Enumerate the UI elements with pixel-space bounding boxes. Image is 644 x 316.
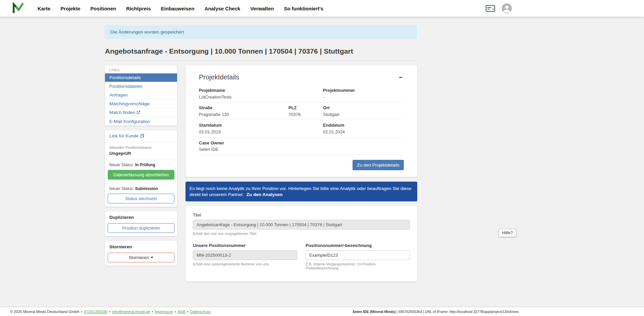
- cancel-dropdown-button[interactable]: Stornieren: [108, 253, 174, 262]
- current-status-label: Aktueller Positionsstatus:: [109, 145, 173, 149]
- user-avatar[interactable]: [502, 3, 512, 13]
- nav-item-projekte[interactable]: Projekte: [60, 6, 80, 11]
- our-number-label: Unsere Positionsnummer: [193, 243, 297, 248]
- mineral-minds-logo-icon: [12, 2, 23, 14]
- complete-data-entry-button[interactable]: Datenerfassung abschließen: [108, 170, 174, 180]
- caret-down-icon: [151, 257, 153, 258]
- project-details-row: Case Owner Selen IDE: [199, 138, 404, 155]
- top-navbar: Karte Projekte Positionen Richtpreis Ein…: [0, 0, 644, 17]
- current-status-value: Ungeprüft: [109, 151, 173, 156]
- nav-item-einbauweisen[interactable]: Einbauweisen: [161, 6, 195, 11]
- session-user: Selen IDE (Mineral Minds): [353, 310, 395, 314]
- footer-email-link[interactable]: info@mineral-minds.de: [112, 310, 150, 314]
- duplicate-card: Duplizieren Position duplizieren: [105, 211, 177, 236]
- duplicate-position-button[interactable]: Position duplizieren: [108, 223, 174, 233]
- project-details-row: Straße Pragstraße 120 PLZ 70376 Ort Stut…: [199, 103, 404, 120]
- nav-item-positionen[interactable]: Positionen: [91, 6, 116, 11]
- app-logo[interactable]: [12, 2, 23, 14]
- footer-impressum-link[interactable]: Impressum: [155, 310, 173, 314]
- session-details: | 69576255536d | URL of iFrame: http://l…: [396, 310, 519, 314]
- cancel-title: Stornieren: [105, 241, 177, 250]
- project-details-row: Projektname LotCreationTests Projektnumm…: [199, 85, 404, 103]
- page-title: Angebotsanfrage - Entsorgung | 10.000 To…: [105, 47, 417, 61]
- session-info: Selen IDE (Mineral Minds) | 69576255536d…: [353, 310, 519, 314]
- next-status-row: Neuer Status: In Prüfung: [105, 160, 177, 167]
- nav-item-richtpreis[interactable]: Richtpreis: [126, 6, 151, 11]
- footer-phone-link[interactable]: 07151/250100: [84, 310, 107, 314]
- switch-status-button[interactable]: Status wechseln: [108, 194, 174, 203]
- our-number-helper: Erhält eine systemgenerierte Nummer von …: [193, 262, 297, 266]
- copyright-text: © 2025 Mineral Minds Deutschland GmbH: [10, 310, 79, 314]
- customer-link[interactable]: Link für Kunde: [109, 133, 144, 138]
- position-number-input[interactable]: [306, 250, 410, 260]
- sidebar-item-match-finden[interactable]: Match finden: [105, 108, 177, 117]
- copy-icon: [140, 134, 144, 139]
- sidebar-item-matchingvorschlaege[interactable]: Matchingvorschläge: [105, 99, 177, 108]
- position-form-card: Titel Erhält den von uns vorgegebenen Ti…: [185, 206, 417, 281]
- project-details-card: Projektdetails − Projektname LotCreation…: [185, 65, 417, 177]
- nav-item-so-funktionierts[interactable]: So funktioniert's: [284, 6, 323, 11]
- position-number-label: Positionsnummer/-bezeichnung: [306, 243, 410, 248]
- project-details-title: Projektdetails: [199, 73, 239, 81]
- title-field-label: Titel: [193, 212, 410, 217]
- title-field-input: [193, 220, 410, 230]
- status-card: Link für Kunde Aktueller Positionsstatus…: [105, 130, 177, 207]
- links-header: LINKS: [105, 65, 177, 73]
- project-details-button[interactable]: Zu den Projektdetails: [353, 160, 404, 170]
- sidebar-item-anfragen[interactable]: Anfragen: [105, 90, 177, 99]
- analytics-banner-text: Es liegt noch keine Analytik zu Ihrer Po…: [190, 186, 411, 197]
- analytics-banner: Es liegt noch keine Analytik zu Ihrer Po…: [185, 182, 417, 202]
- sidebar: LINKS Positionsdetails Positionsdateien …: [105, 65, 177, 270]
- sidebar-item-positionsdateien[interactable]: Positionsdateien: [105, 82, 177, 90]
- footer-agb-link[interactable]: AGB: [178, 310, 185, 314]
- position-number-helper: Z.B. Interne-Vorgangsnummer, LV-Position…: [306, 262, 410, 270]
- next-status-row: Neuer Status: Submission: [105, 183, 177, 191]
- footer-datenschutz-link[interactable]: Datenschutz: [190, 310, 211, 314]
- sidebar-item-positionsdetails[interactable]: Positionsdetails: [105, 73, 177, 82]
- footer: © 2025 Mineral Minds Deutschland GmbH 07…: [0, 307, 644, 316]
- sidebar-item-email-konfiguration[interactable]: E-Mail Konfiguration: [105, 117, 177, 126]
- our-number-input: [193, 250, 297, 260]
- title-field-helper: Erhält den von uns vorgegebenen Titel.: [193, 232, 410, 236]
- duplicate-title: Duplizieren: [105, 211, 177, 220]
- cancel-card: Stornieren Stornieren: [105, 241, 177, 266]
- links-card: LINKS Positionsdetails Positionsdateien …: [105, 65, 177, 126]
- help-button[interactable]: Hilfe?: [499, 229, 516, 237]
- server-icon[interactable]: [486, 5, 495, 12]
- nav-item-karte[interactable]: Karte: [38, 6, 50, 11]
- nav-item-analyse-check[interactable]: Analyse Check: [205, 6, 240, 11]
- main-navigation: Karte Projekte Positionen Richtpreis Ein…: [38, 6, 323, 11]
- external-link-icon: [137, 110, 140, 115]
- analytics-link[interactable]: Zu den Analysen: [247, 192, 283, 197]
- nav-item-verwalten[interactable]: Verwalten: [250, 6, 274, 11]
- collapse-icon[interactable]: −: [397, 73, 404, 81]
- saved-alert: Die Änderungen wurden gespeichert: [105, 25, 417, 39]
- project-details-row: Startdatum 02.01.2023 Enddatum 02.01.202…: [199, 120, 404, 137]
- main-panel: Projektdetails − Projektname LotCreation…: [185, 65, 417, 286]
- content-container: Die Änderungen wurden gespeichert Angebo…: [105, 25, 417, 286]
